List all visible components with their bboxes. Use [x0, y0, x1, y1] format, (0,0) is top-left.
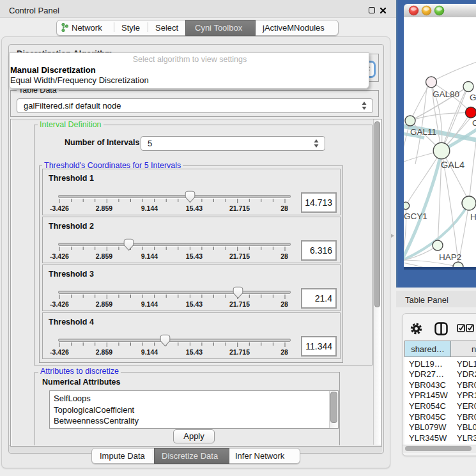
svg-text:C: C [472, 118, 476, 128]
svg-text:GAL80: GAL80 [433, 89, 459, 99]
svg-text:HAP2: HAP2 [439, 252, 461, 262]
svg-text:GCY1: GCY1 [404, 211, 427, 221]
svg-text:GAL11: GAL11 [410, 127, 436, 137]
svg-text:H: H [470, 212, 476, 222]
svg-text:GAL4: GAL4 [441, 160, 464, 170]
svg-text:GA: GA [470, 93, 476, 102]
